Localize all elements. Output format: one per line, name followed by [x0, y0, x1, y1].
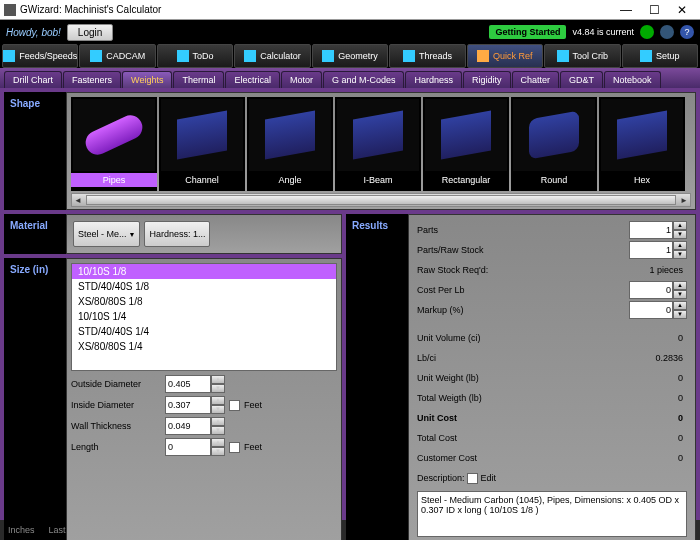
- nav-quick-ref[interactable]: Quick Ref: [467, 44, 543, 68]
- svg-rect-1: [90, 50, 102, 62]
- len-feet-checkbox[interactable]: [229, 442, 240, 453]
- cpl-spinner[interactable]: ▲▼: [673, 281, 687, 299]
- uv-value: 0: [633, 333, 683, 343]
- list-item[interactable]: XS/80/80S 1/8: [72, 294, 336, 309]
- tab-hardness[interactable]: Hardness: [405, 71, 462, 88]
- svg-rect-6: [477, 50, 489, 62]
- wt-label: Wall Thickness: [71, 421, 161, 431]
- cpl-input[interactable]: [629, 281, 673, 299]
- globe-icon[interactable]: [660, 25, 674, 39]
- help-icon[interactable]: ?: [680, 25, 694, 39]
- status-icon[interactable]: [640, 25, 654, 39]
- sub-tabs: Drill Chart Fasteners Weights Thermal El…: [0, 68, 700, 88]
- tab-chatter[interactable]: Chatter: [512, 71, 560, 88]
- nav-feeds-speeds[interactable]: Feeds/Speeds: [2, 44, 78, 68]
- shape-round[interactable]: Round: [511, 97, 597, 191]
- nav-cadcam[interactable]: CADCAM: [79, 44, 155, 68]
- len-input[interactable]: [165, 438, 211, 456]
- id-label: Inside Diameter: [71, 400, 161, 410]
- prs-input[interactable]: [629, 241, 673, 259]
- tab-gdt[interactable]: GD&T: [560, 71, 603, 88]
- size-listbox[interactable]: 10/10S 1/8 STD/40/40S 1/8 XS/80/80S 1/8 …: [71, 263, 337, 371]
- uw-value: 0: [633, 373, 683, 383]
- tw-value: 0: [633, 393, 683, 403]
- nav-threads[interactable]: Threads: [389, 44, 465, 68]
- minimize-button[interactable]: —: [612, 3, 640, 17]
- mkp-spinner[interactable]: ▲▼: [673, 301, 687, 319]
- od-spinner[interactable]: ▲▼: [211, 375, 225, 393]
- shape-channel[interactable]: Channel: [159, 97, 245, 191]
- description-box[interactable]: Steel - Medium Carbon (1045), Pipes, Dim…: [417, 491, 687, 537]
- svg-rect-4: [322, 50, 334, 62]
- mkp-input[interactable]: [629, 301, 673, 319]
- maximize-button[interactable]: ☐: [640, 3, 668, 17]
- app-icon: [4, 4, 16, 16]
- top-bar: Howdy, bob! Login Getting Started v4.84 …: [0, 20, 700, 44]
- greeting-label: Howdy, bob!: [6, 27, 61, 38]
- material-combo[interactable]: Steel - Me...▼: [73, 221, 140, 247]
- parts-input[interactable]: [629, 221, 673, 239]
- shape-rectangular[interactable]: Rectangular: [423, 97, 509, 191]
- svg-rect-0: [3, 50, 15, 62]
- svg-rect-5: [403, 50, 415, 62]
- list-item[interactable]: STD/40/40S 1/8: [72, 279, 336, 294]
- parts-spinner[interactable]: ▲▼: [673, 221, 687, 239]
- edit-checkbox[interactable]: [467, 473, 478, 484]
- shape-strip: Pipes Channel Angle I-Beam Rectangular R…: [67, 93, 695, 191]
- tab-electrical[interactable]: Electrical: [225, 71, 280, 88]
- list-item[interactable]: STD/40/40S 1/4: [72, 324, 336, 339]
- prs-spinner[interactable]: ▲▼: [673, 241, 687, 259]
- tab-drill-chart[interactable]: Drill Chart: [4, 71, 62, 88]
- rsr-value: 1 pieces: [633, 265, 683, 275]
- window-title: GWizard: Machinist's Calculator: [20, 4, 161, 15]
- svg-rect-7: [557, 50, 569, 62]
- nav-calculator[interactable]: Calculator: [234, 44, 310, 68]
- id-input[interactable]: [165, 396, 211, 414]
- shape-pipes[interactable]: Pipes: [71, 97, 157, 191]
- list-item[interactable]: 10/10S 1/4: [72, 309, 336, 324]
- od-input[interactable]: [165, 375, 211, 393]
- tab-rigidity[interactable]: Rigidity: [463, 71, 511, 88]
- results-panel: Parts▲▼ Parts/Raw Stock▲▼ Raw Stock Req'…: [408, 214, 696, 540]
- nav-tool-crib[interactable]: Tool Crib: [544, 44, 620, 68]
- shape-angle[interactable]: Angle: [247, 97, 333, 191]
- shape-scrollbar[interactable]: ◄►: [71, 193, 691, 207]
- wt-spinner[interactable]: ▲▼: [211, 417, 225, 435]
- nav-todo[interactable]: ToDo: [157, 44, 233, 68]
- tab-gm-codes[interactable]: G and M-Codes: [323, 71, 405, 88]
- results-label: Results: [346, 214, 408, 540]
- list-item[interactable]: XS/80/80S 1/4: [72, 339, 336, 354]
- od-label: Outside Diameter: [71, 379, 161, 389]
- tab-fasteners[interactable]: Fasteners: [63, 71, 121, 88]
- wt-input[interactable]: [165, 417, 211, 435]
- login-button[interactable]: Login: [67, 24, 113, 41]
- size-panel: 10/10S 1/8 STD/40/40S 1/8 XS/80/80S 1/8 …: [66, 258, 342, 540]
- shape-hex[interactable]: Hex: [599, 97, 685, 191]
- tab-weights[interactable]: Weights: [122, 71, 172, 88]
- lbci-value: 0.2836: [633, 353, 683, 363]
- tab-motor[interactable]: Motor: [281, 71, 322, 88]
- cc-value: 0: [633, 453, 683, 463]
- id-feet-checkbox[interactable]: [229, 400, 240, 411]
- size-label: Size (in): [4, 258, 66, 540]
- close-button[interactable]: ✕: [668, 3, 696, 17]
- units-label: Inches: [8, 525, 35, 535]
- tab-notebook[interactable]: Notebook: [604, 71, 661, 88]
- shape-ibeam[interactable]: I-Beam: [335, 97, 421, 191]
- hardness-button[interactable]: Hardness: 1...: [144, 221, 210, 247]
- material-panel: Steel - Me...▼ Hardness: 1...: [66, 214, 342, 254]
- tc-value: 0: [633, 433, 683, 443]
- len-spinner[interactable]: ▲▼: [211, 438, 225, 456]
- tab-thermal[interactable]: Thermal: [173, 71, 224, 88]
- svg-rect-8: [640, 50, 652, 62]
- id-spinner[interactable]: ▲▼: [211, 396, 225, 414]
- title-bar: GWizard: Machinist's Calculator — ☐ ✕: [0, 0, 700, 20]
- list-item[interactable]: 10/10S 1/8: [72, 264, 336, 279]
- main-nav: Feeds/Speeds CADCAM ToDo Calculator Geom…: [0, 44, 700, 68]
- getting-started-button[interactable]: Getting Started: [489, 25, 566, 39]
- nav-setup[interactable]: Setup: [622, 44, 698, 68]
- svg-rect-2: [177, 50, 189, 62]
- main-area: Shape Pipes Channel Angle I-Beam Rectang…: [0, 88, 700, 520]
- shape-label: Shape: [4, 92, 66, 210]
- nav-geometry[interactable]: Geometry: [312, 44, 388, 68]
